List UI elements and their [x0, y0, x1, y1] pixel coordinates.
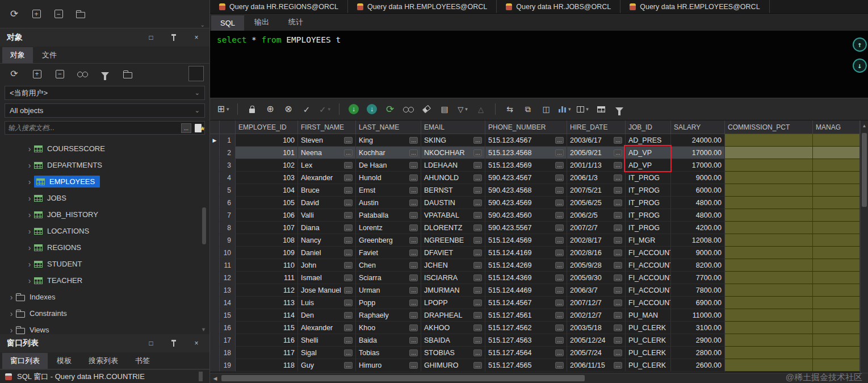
- cell-expand-icon[interactable]: …: [344, 249, 353, 256]
- cell-commission-pct[interactable]: [725, 234, 813, 247]
- document-tab-0[interactable]: Query data HR.REGIONS@ORCL: [210, 0, 348, 13]
- cell-phone-number[interactable]: 590.423.4568…: [485, 184, 567, 197]
- delete-record-icon[interactable]: ⊗: [281, 102, 296, 116]
- cell-expand-icon[interactable]: …: [555, 274, 564, 281]
- cell-expand-icon[interactable]: …: [409, 174, 418, 181]
- document-tab-3[interactable]: Query data HR.EMPLOYEES@ORCL: [620, 0, 769, 13]
- cell-expand-icon[interactable]: …: [409, 312, 418, 319]
- tree-item-table[interactable]: ›JOBS: [0, 190, 209, 206]
- sql-editor[interactable]: select * from EMPLOYEES t ↑ ↓: [210, 31, 868, 98]
- close-icon[interactable]: ×: [192, 339, 200, 347]
- cell-phone-number[interactable]: 515.124.4169…: [485, 247, 567, 259]
- cell-expand-icon[interactable]: …: [409, 362, 418, 369]
- cell-expand-icon[interactable]: …: [409, 262, 418, 269]
- cell-employee-id[interactable]: 107: [236, 222, 298, 234]
- cell-expand-icon[interactable]: …: [555, 349, 564, 356]
- pin-icon[interactable]: [170, 339, 178, 347]
- cell-first-name[interactable]: Sigal…: [298, 347, 356, 359]
- cell-commission-pct[interactable]: [725, 159, 813, 172]
- remove-icon[interactable]: −: [52, 66, 67, 81]
- cell-last-name[interactable]: Raphaely…: [356, 309, 421, 322]
- cell-job-id[interactable]: IT_PROG: [626, 209, 671, 222]
- cell-expand-icon[interactable]: …: [409, 299, 418, 306]
- cell-expand-icon[interactable]: …: [409, 349, 418, 356]
- cell-last-name[interactable]: Chen…: [356, 259, 421, 272]
- open-folder-icon[interactable]: [73, 7, 88, 22]
- cell-hire-date[interactable]: 2003/6/17…: [567, 134, 626, 147]
- cell-salary[interactable]: 12008.00: [671, 234, 725, 247]
- cell-expand-icon[interactable]: …: [473, 299, 482, 306]
- cell-manager[interactable]: [813, 297, 860, 309]
- cell-expand-icon[interactable]: …: [555, 162, 564, 169]
- cell-expand-icon[interactable]: …: [555, 149, 564, 156]
- grid-row[interactable]: 4103Alexander…Hunold…AHUNOLD…590.423.456…: [210, 172, 860, 184]
- cell-expand-icon[interactable]: …: [614, 212, 622, 219]
- cell-expand-icon[interactable]: …: [555, 299, 564, 306]
- cell-commission-pct[interactable]: [725, 247, 813, 259]
- cell-commission-pct[interactable]: [725, 347, 813, 359]
- duplicate-window-icon[interactable]: ⧉: [521, 102, 535, 116]
- cell-email[interactable]: AKHOO…: [421, 322, 485, 334]
- grid-header-employee_id[interactable]: EMPLOYEE_ID: [236, 120, 298, 134]
- refresh-icon[interactable]: ⟳: [7, 7, 22, 22]
- grid-header-commission_pct[interactable]: COMMISSION_PCT: [725, 120, 813, 134]
- cell-expand-icon[interactable]: …: [344, 149, 353, 156]
- cell-expand-icon[interactable]: …: [614, 349, 622, 356]
- grid-row[interactable]: 14113Luis…Popp…LPOPP…515.124.4567…2007/1…: [210, 297, 860, 309]
- cell-expand-icon[interactable]: …: [344, 224, 353, 231]
- cell-email[interactable]: STOBIAS…: [421, 347, 485, 359]
- cell-employee-id[interactable]: 102: [236, 159, 298, 172]
- cell-expand-icon[interactable]: …: [614, 174, 622, 181]
- cell-expand-icon[interactable]: …: [409, 187, 418, 194]
- grid-row[interactable]: 17116Shelli…Baida…SBAIDA…515.127.4563…20…: [210, 334, 860, 347]
- cell-expand-icon[interactable]: …: [344, 137, 353, 144]
- grid-row[interactable]: 10109Daniel…Faviet…DFAVIET…515.124.4169……: [210, 247, 860, 259]
- tree-scrollbar-thumb[interactable]: [202, 207, 206, 244]
- cell-manager[interactable]: [813, 134, 860, 147]
- single-record-icon[interactable]: ▤: [437, 102, 452, 116]
- cell-employee-id[interactable]: 108: [236, 234, 298, 247]
- cell-last-name[interactable]: Greenberg…: [356, 234, 421, 247]
- remove-icon[interactable]: −: [51, 7, 66, 22]
- chart-icon[interactable]: ▾: [557, 102, 572, 116]
- object-filter-dropdown[interactable]: All objects ⌄: [5, 103, 205, 118]
- cell-expand-icon[interactable]: …: [555, 312, 564, 319]
- row-number[interactable]: 15: [220, 309, 236, 322]
- cell-expand-icon[interactable]: …: [614, 312, 622, 319]
- open-folder-icon[interactable]: [120, 66, 135, 81]
- cell-hire-date[interactable]: 2005/9/28…: [567, 259, 626, 272]
- cell-salary[interactable]: 17000.00: [671, 159, 725, 172]
- cell-salary[interactable]: 7800.00: [671, 284, 725, 297]
- commit-icon[interactable]: ✓▾: [317, 102, 332, 116]
- row-number[interactable]: 2: [220, 147, 236, 159]
- chevron-right-icon[interactable]: ›: [25, 276, 34, 285]
- cell-manager[interactable]: [813, 147, 860, 159]
- chevron-right-icon[interactable]: ›: [25, 177, 34, 186]
- fetch-next-icon[interactable]: ↓: [346, 102, 361, 116]
- cell-expand-icon[interactable]: …: [409, 199, 418, 206]
- search-input[interactable]: 输入搜索文档... ...: [5, 121, 205, 135]
- add-icon[interactable]: +: [30, 66, 44, 81]
- cell-employee-id[interactable]: 111: [236, 272, 298, 284]
- scroll-to-bottom-icon[interactable]: ↓: [853, 59, 867, 73]
- cell-expand-icon[interactable]: …: [555, 137, 564, 144]
- cell-email[interactable]: SKING…: [421, 134, 485, 147]
- grid-row[interactable]: 18117Sigal…Tobias…STOBIAS…515.127.4564…2…: [210, 347, 860, 359]
- cell-phone-number[interactable]: 515.124.4269…: [485, 259, 567, 272]
- cell-job-id[interactable]: PU_CLERK: [626, 334, 671, 347]
- tree-item-folder[interactable]: ›Constraints: [0, 305, 209, 322]
- document-tab-1[interactable]: Query data HR.EMPLOYEES@ORCL: [348, 0, 497, 13]
- cell-manager[interactable]: [813, 347, 860, 359]
- row-number[interactable]: 14: [220, 297, 236, 309]
- cell-last-name[interactable]: Lorentz…: [356, 222, 421, 234]
- cell-salary[interactable]: 4200.00: [671, 222, 725, 234]
- cell-phone-number[interactable]: 515.127.4562…: [485, 322, 567, 334]
- cell-expand-icon[interactable]: …: [409, 324, 418, 331]
- cell-expand-icon[interactable]: …: [409, 162, 418, 169]
- cell-manager[interactable]: [813, 159, 860, 172]
- cell-job-id[interactable]: PU_CLERK: [626, 347, 671, 359]
- row-number[interactable]: 11: [220, 259, 236, 272]
- grid-header-salary[interactable]: SALARY: [671, 120, 725, 134]
- cell-expand-icon[interactable]: …: [614, 137, 622, 144]
- erase-icon[interactable]: [419, 102, 434, 116]
